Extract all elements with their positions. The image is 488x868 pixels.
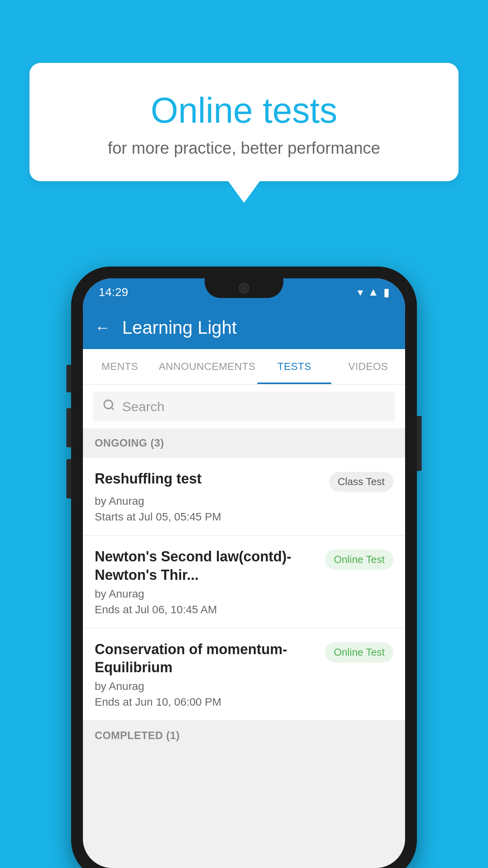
status-time: 14:29 — [99, 285, 128, 299]
status-icons: ▾ ▲ ▮ — [358, 286, 389, 299]
tab-announcements[interactable]: ANNOUNCEMENTS — [157, 349, 257, 384]
signal-icon: ▲ — [368, 286, 379, 298]
test-date-reshuffling: Starts at Jul 05, 05:45 PM — [95, 511, 393, 523]
test-author-conservation: by Anurag — [95, 680, 393, 693]
speech-bubble-wrapper: Online tests for more practice, better p… — [29, 63, 459, 203]
test-card-conservation[interactable]: Conservation of momentum-Equilibrium Onl… — [83, 629, 405, 721]
phone-volume-up — [66, 365, 71, 392]
tab-tests[interactable]: TESTS — [257, 349, 331, 384]
test-title-newtons: Newton's Second law(contd)-Newton's Thir… — [95, 548, 325, 585]
battery-icon: ▮ — [383, 286, 389, 299]
search-icon — [103, 399, 115, 414]
test-card-newtons[interactable]: Newton's Second law(contd)-Newton's Thir… — [83, 536, 405, 628]
test-date-conservation: Ends at Jun 10, 06:00 PM — [95, 696, 393, 708]
search-input-wrapper[interactable]: Search — [93, 392, 395, 421]
test-author-newtons: by Anurag — [95, 588, 393, 600]
test-card-reshuffling[interactable]: Reshuffling test Class Test by Anurag St… — [83, 458, 405, 535]
phone-power-button — [417, 416, 422, 471]
wifi-icon: ▾ — [358, 286, 363, 299]
phone-camera — [238, 283, 250, 294]
phone-notch — [205, 278, 283, 298]
phone-screen: 14:29 ▾ ▲ ▮ ← Learning Light MENTS ANNOU… — [83, 278, 405, 868]
tabs-bar: MENTS ANNOUNCEMENTS TESTS VIDEOS — [83, 349, 405, 384]
search-container: Search — [83, 384, 405, 428]
app-title: Learning Light — [122, 317, 237, 338]
test-badge-online-newtons: Online Test — [325, 550, 393, 570]
test-card-top-conservation: Conservation of momentum-Equilibrium Onl… — [95, 640, 393, 677]
test-title-reshuffling: Reshuffling test — [95, 470, 329, 488]
bubble-title: Online tests — [53, 90, 435, 131]
ongoing-section-header: ONGOING (3) — [83, 428, 405, 458]
test-card-top: Reshuffling test Class Test — [95, 470, 393, 492]
app-bar: ← Learning Light — [83, 306, 405, 349]
phone-volume-down — [66, 408, 71, 447]
tab-videos[interactable]: VIDEOS — [331, 349, 405, 384]
phone-volume-down-2 — [66, 459, 71, 498]
content-area: ONGOING (3) Reshuffling test Class Test … — [83, 428, 405, 868]
search-placeholder: Search — [122, 399, 165, 414]
test-card-top-newtons: Newton's Second law(contd)-Newton's Thir… — [95, 548, 393, 585]
completed-section-header: COMPLETED (1) — [83, 721, 405, 750]
svg-line-1 — [111, 407, 114, 410]
test-author-reshuffling: by Anurag — [95, 495, 393, 508]
back-button[interactable]: ← — [95, 319, 110, 337]
svg-point-0 — [104, 400, 112, 408]
test-date-newtons: Ends at Jul 06, 10:45 AM — [95, 603, 393, 616]
phone-frame: 14:29 ▾ ▲ ▮ ← Learning Light MENTS ANNOU… — [71, 267, 417, 868]
bubble-arrow — [228, 181, 260, 203]
tab-ments[interactable]: MENTS — [83, 349, 157, 384]
test-badge-class: Class Test — [329, 472, 393, 492]
test-badge-online-conservation: Online Test — [325, 642, 393, 662]
speech-bubble: Online tests for more practice, better p… — [29, 63, 459, 181]
test-title-conservation: Conservation of momentum-Equilibrium — [95, 640, 325, 677]
bubble-subtitle: for more practice, better performance — [53, 139, 435, 158]
